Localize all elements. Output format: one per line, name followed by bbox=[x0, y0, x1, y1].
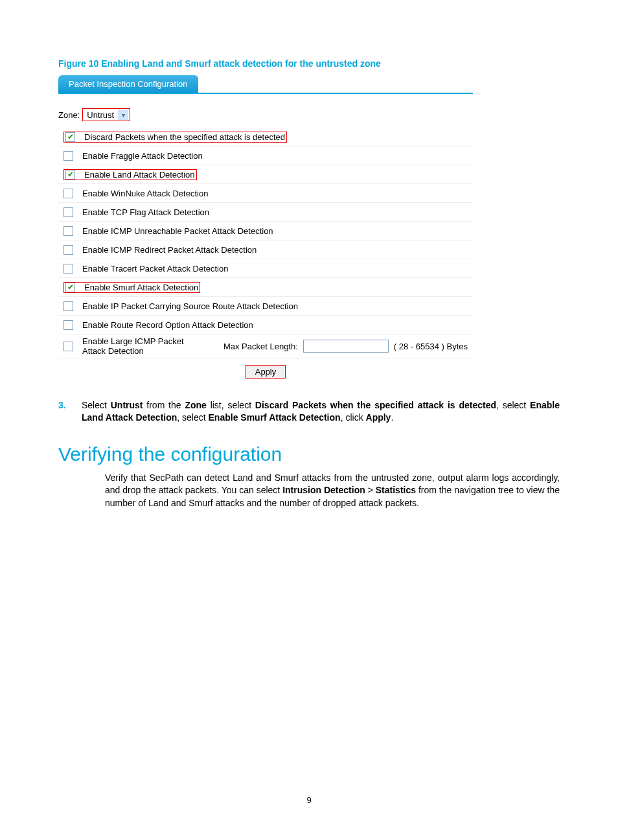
option-row: Enable WinNuke Attack Detection bbox=[58, 184, 473, 203]
option-label: Enable ICMP Redirect Packet Attack Detec… bbox=[82, 245, 257, 255]
option-label: Enable Land Attack Detection bbox=[84, 170, 195, 180]
step-3: 3. Select Untrust from the Zone list, se… bbox=[58, 399, 560, 424]
zone-row: Zone: Untrust ▾ bbox=[58, 99, 560, 128]
zone-label: Zone: bbox=[58, 110, 80, 120]
max-packet-length-label: Max Packet Length: bbox=[223, 342, 298, 351]
checkbox[interactable]: ✔ bbox=[65, 170, 75, 180]
option-row: Enable Tracert Packet Attack Detection bbox=[58, 259, 473, 278]
option-row: ✔Enable Smurf Attack Detection bbox=[58, 278, 473, 297]
checkbox[interactable] bbox=[63, 301, 73, 311]
tab-bar: Packet Inspection Configuration bbox=[58, 75, 473, 94]
option-label: Discard Packets when the specified attac… bbox=[84, 132, 285, 142]
checkbox[interactable]: ✔ bbox=[65, 283, 75, 292]
option-row: Enable TCP Flag Attack Detection bbox=[58, 203, 473, 222]
step-text: Select Untrust from the Zone list, selec… bbox=[82, 399, 560, 424]
body-paragraph: Verify that SecPath can detect Land and … bbox=[105, 472, 560, 510]
option-label: Enable ICMP Unreachable Packet Attack De… bbox=[82, 226, 273, 236]
step-number: 3. bbox=[58, 399, 82, 424]
checkbox[interactable] bbox=[63, 226, 73, 236]
checkbox-large-icmp[interactable] bbox=[63, 342, 73, 351]
option-row: ✔Discard Packets when the specified atta… bbox=[58, 128, 473, 146]
checkbox[interactable] bbox=[63, 264, 73, 274]
apply-row: Apply bbox=[58, 358, 473, 385]
options-list: ✔Discard Packets when the specified atta… bbox=[58, 128, 473, 334]
checkbox[interactable] bbox=[63, 245, 73, 255]
page-number: 9 bbox=[58, 795, 560, 805]
option-row: Enable Route Record Option Attack Detect… bbox=[58, 316, 473, 334]
option-label: Enable Tracert Packet Attack Detection bbox=[82, 264, 228, 274]
option-row: ✔Enable Land Attack Detection bbox=[58, 165, 473, 184]
option-label: Enable TCP Flag Attack Detection bbox=[82, 207, 209, 217]
figure-caption: Figure 10 Enabling Land and Smurf attack… bbox=[58, 58, 560, 69]
checkbox[interactable] bbox=[63, 151, 73, 161]
max-packet-length-input[interactable] bbox=[303, 340, 389, 353]
option-label: Enable Fraggle Attack Detection bbox=[82, 151, 203, 161]
checkbox[interactable] bbox=[63, 320, 73, 330]
chevron-down-icon: ▾ bbox=[118, 110, 128, 120]
zone-select[interactable]: Untrust ▾ bbox=[82, 108, 130, 121]
zone-value: Untrust bbox=[87, 110, 114, 120]
option-label: Enable Large ICMP Packet Attack Detectio… bbox=[82, 336, 192, 356]
checkbox[interactable] bbox=[63, 207, 73, 217]
option-label: Enable IP Packet Carrying Source Route A… bbox=[82, 301, 298, 311]
max-packet-length-range: ( 28 - 65534 ) Bytes bbox=[394, 342, 468, 351]
tab-packet-inspection[interactable]: Packet Inspection Configuration bbox=[58, 75, 198, 93]
checkbox[interactable]: ✔ bbox=[65, 132, 75, 142]
option-row: Enable IP Packet Carrying Source Route A… bbox=[58, 297, 473, 316]
option-label: Enable Route Record Option Attack Detect… bbox=[82, 320, 253, 330]
apply-button[interactable]: Apply bbox=[246, 365, 286, 379]
option-label: Enable WinNuke Attack Detection bbox=[82, 189, 208, 198]
option-large-icmp: Enable Large ICMP Packet Attack Detectio… bbox=[58, 334, 473, 358]
option-label: Enable Smurf Attack Detection bbox=[84, 283, 198, 292]
option-row: Enable ICMP Unreachable Packet Attack De… bbox=[58, 222, 473, 240]
option-row: Enable ICMP Redirect Packet Attack Detec… bbox=[58, 240, 473, 259]
checkbox[interactable] bbox=[63, 189, 73, 198]
option-row: Enable Fraggle Attack Detection bbox=[58, 146, 473, 165]
section-heading: Verifying the configuration bbox=[58, 443, 560, 465]
